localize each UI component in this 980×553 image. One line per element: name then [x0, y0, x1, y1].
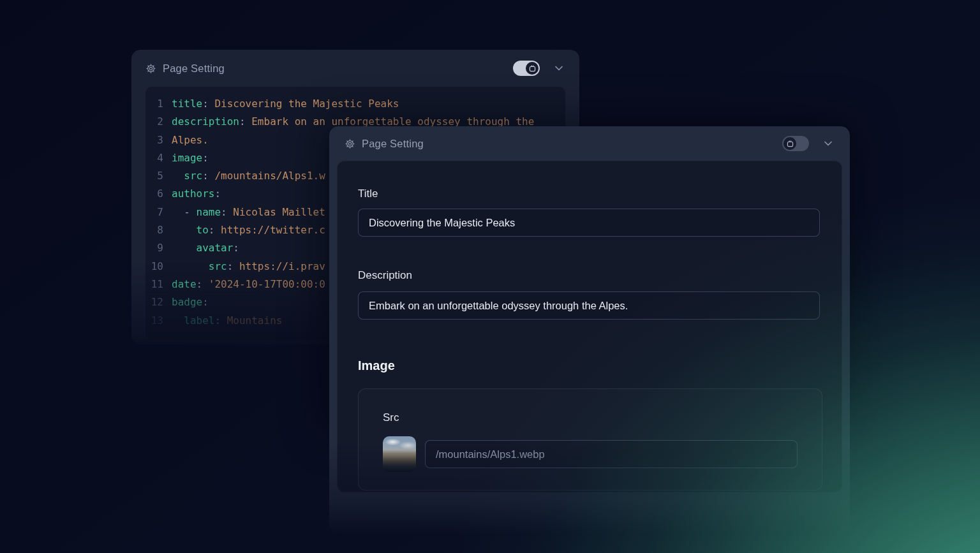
title-input[interactable]: [358, 209, 820, 237]
code-line: 1title: Discovering the Majestic Peaks: [151, 95, 560, 113]
description-input[interactable]: [358, 291, 820, 320]
chevron-down-icon[interactable]: [553, 62, 565, 75]
image-section-heading: Image: [358, 357, 821, 374]
panel-header: Page Setting: [329, 126, 850, 161]
page-setting-form: Title Description Image Src: [337, 161, 842, 492]
gear-icon: [345, 138, 355, 149]
src-row: [383, 436, 798, 472]
panel-title: Page Setting: [362, 138, 424, 150]
src-label: Src: [383, 411, 798, 425]
page-setting-panel-form: Page Setting Title: [329, 126, 850, 535]
gear-icon: [145, 63, 156, 74]
image-group-card: Src: [358, 388, 822, 490]
code-block-icon: [786, 140, 794, 148]
panel-header: Page Setting: [131, 50, 579, 87]
code-block-icon: [528, 64, 537, 73]
description-label: Description: [358, 269, 821, 283]
image-thumbnail[interactable]: [383, 436, 416, 472]
mode-toggle[interactable]: [782, 136, 809, 151]
src-input[interactable]: [425, 440, 798, 468]
chevron-down-icon[interactable]: [822, 137, 835, 150]
panel-title: Page Setting: [163, 63, 225, 75]
toggle-knob: [526, 62, 538, 75]
toggle-knob: [783, 137, 796, 150]
mode-toggle[interactable]: [513, 61, 540, 76]
title-label: Title: [358, 187, 821, 201]
